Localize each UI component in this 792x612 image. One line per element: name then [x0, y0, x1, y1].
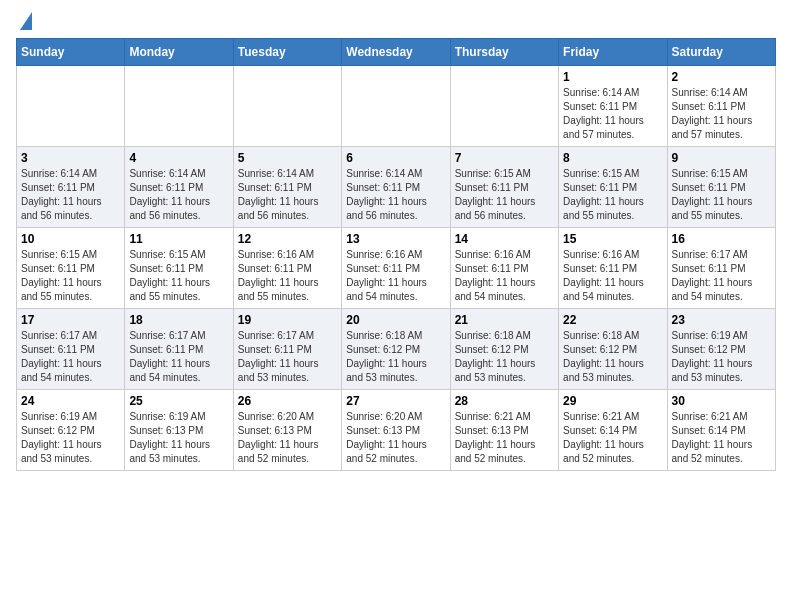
day-info: Sunrise: 6:14 AMSunset: 6:11 PMDaylight:… — [129, 167, 228, 223]
day-number: 21 — [455, 313, 554, 327]
calendar-cell: 27Sunrise: 6:20 AMSunset: 6:13 PMDayligh… — [342, 390, 450, 471]
day-number: 25 — [129, 394, 228, 408]
calendar-cell: 4Sunrise: 6:14 AMSunset: 6:11 PMDaylight… — [125, 147, 233, 228]
day-number: 30 — [672, 394, 771, 408]
day-info: Sunrise: 6:17 AMSunset: 6:11 PMDaylight:… — [238, 329, 337, 385]
weekday-header: Friday — [559, 39, 667, 66]
day-number: 23 — [672, 313, 771, 327]
day-number: 14 — [455, 232, 554, 246]
logo-triangle-icon — [20, 12, 32, 30]
day-number: 8 — [563, 151, 662, 165]
calendar-cell: 30Sunrise: 6:21 AMSunset: 6:14 PMDayligh… — [667, 390, 775, 471]
day-info: Sunrise: 6:19 AMSunset: 6:12 PMDaylight:… — [672, 329, 771, 385]
calendar-cell — [342, 66, 450, 147]
day-number: 10 — [21, 232, 120, 246]
day-info: Sunrise: 6:15 AMSunset: 6:11 PMDaylight:… — [455, 167, 554, 223]
day-number: 5 — [238, 151, 337, 165]
calendar-cell: 15Sunrise: 6:16 AMSunset: 6:11 PMDayligh… — [559, 228, 667, 309]
day-info: Sunrise: 6:15 AMSunset: 6:11 PMDaylight:… — [21, 248, 120, 304]
day-number: 27 — [346, 394, 445, 408]
day-info: Sunrise: 6:19 AMSunset: 6:13 PMDaylight:… — [129, 410, 228, 466]
calendar-week-row: 1Sunrise: 6:14 AMSunset: 6:11 PMDaylight… — [17, 66, 776, 147]
day-number: 17 — [21, 313, 120, 327]
logo — [16, 16, 32, 30]
calendar-cell: 7Sunrise: 6:15 AMSunset: 6:11 PMDaylight… — [450, 147, 558, 228]
calendar-cell — [17, 66, 125, 147]
weekday-header: Tuesday — [233, 39, 341, 66]
day-info: Sunrise: 6:15 AMSunset: 6:11 PMDaylight:… — [563, 167, 662, 223]
day-info: Sunrise: 6:14 AMSunset: 6:11 PMDaylight:… — [21, 167, 120, 223]
weekday-header: Monday — [125, 39, 233, 66]
day-number: 20 — [346, 313, 445, 327]
calendar-cell: 5Sunrise: 6:14 AMSunset: 6:11 PMDaylight… — [233, 147, 341, 228]
calendar-cell: 29Sunrise: 6:21 AMSunset: 6:14 PMDayligh… — [559, 390, 667, 471]
day-number: 11 — [129, 232, 228, 246]
day-number: 16 — [672, 232, 771, 246]
day-number: 7 — [455, 151, 554, 165]
day-info: Sunrise: 6:18 AMSunset: 6:12 PMDaylight:… — [346, 329, 445, 385]
calendar-cell: 10Sunrise: 6:15 AMSunset: 6:11 PMDayligh… — [17, 228, 125, 309]
calendar-cell: 20Sunrise: 6:18 AMSunset: 6:12 PMDayligh… — [342, 309, 450, 390]
day-number: 12 — [238, 232, 337, 246]
weekday-header: Saturday — [667, 39, 775, 66]
calendar-cell: 16Sunrise: 6:17 AMSunset: 6:11 PMDayligh… — [667, 228, 775, 309]
day-number: 22 — [563, 313, 662, 327]
day-info: Sunrise: 6:18 AMSunset: 6:12 PMDaylight:… — [455, 329, 554, 385]
day-info: Sunrise: 6:21 AMSunset: 6:13 PMDaylight:… — [455, 410, 554, 466]
calendar-week-row: 10Sunrise: 6:15 AMSunset: 6:11 PMDayligh… — [17, 228, 776, 309]
calendar-cell: 3Sunrise: 6:14 AMSunset: 6:11 PMDaylight… — [17, 147, 125, 228]
calendar-cell: 8Sunrise: 6:15 AMSunset: 6:11 PMDaylight… — [559, 147, 667, 228]
day-info: Sunrise: 6:17 AMSunset: 6:11 PMDaylight:… — [21, 329, 120, 385]
day-info: Sunrise: 6:19 AMSunset: 6:12 PMDaylight:… — [21, 410, 120, 466]
day-number: 19 — [238, 313, 337, 327]
calendar-cell: 24Sunrise: 6:19 AMSunset: 6:12 PMDayligh… — [17, 390, 125, 471]
calendar-cell: 17Sunrise: 6:17 AMSunset: 6:11 PMDayligh… — [17, 309, 125, 390]
calendar-cell: 26Sunrise: 6:20 AMSunset: 6:13 PMDayligh… — [233, 390, 341, 471]
day-info: Sunrise: 6:21 AMSunset: 6:14 PMDaylight:… — [563, 410, 662, 466]
day-info: Sunrise: 6:18 AMSunset: 6:12 PMDaylight:… — [563, 329, 662, 385]
calendar-cell: 21Sunrise: 6:18 AMSunset: 6:12 PMDayligh… — [450, 309, 558, 390]
day-number: 4 — [129, 151, 228, 165]
calendar-cell: 14Sunrise: 6:16 AMSunset: 6:11 PMDayligh… — [450, 228, 558, 309]
calendar-cell — [450, 66, 558, 147]
day-number: 2 — [672, 70, 771, 84]
day-number: 6 — [346, 151, 445, 165]
day-number: 26 — [238, 394, 337, 408]
weekday-header: Thursday — [450, 39, 558, 66]
day-info: Sunrise: 6:14 AMSunset: 6:11 PMDaylight:… — [672, 86, 771, 142]
calendar-cell: 22Sunrise: 6:18 AMSunset: 6:12 PMDayligh… — [559, 309, 667, 390]
calendar-cell: 9Sunrise: 6:15 AMSunset: 6:11 PMDaylight… — [667, 147, 775, 228]
day-info: Sunrise: 6:14 AMSunset: 6:11 PMDaylight:… — [563, 86, 662, 142]
weekday-header: Wednesday — [342, 39, 450, 66]
calendar-cell: 19Sunrise: 6:17 AMSunset: 6:11 PMDayligh… — [233, 309, 341, 390]
calendar-cell: 2Sunrise: 6:14 AMSunset: 6:11 PMDaylight… — [667, 66, 775, 147]
day-info: Sunrise: 6:17 AMSunset: 6:11 PMDaylight:… — [672, 248, 771, 304]
day-info: Sunrise: 6:17 AMSunset: 6:11 PMDaylight:… — [129, 329, 228, 385]
day-number: 15 — [563, 232, 662, 246]
calendar-week-row: 3Sunrise: 6:14 AMSunset: 6:11 PMDaylight… — [17, 147, 776, 228]
day-number: 3 — [21, 151, 120, 165]
day-info: Sunrise: 6:14 AMSunset: 6:11 PMDaylight:… — [346, 167, 445, 223]
day-number: 28 — [455, 394, 554, 408]
calendar-week-row: 17Sunrise: 6:17 AMSunset: 6:11 PMDayligh… — [17, 309, 776, 390]
day-number: 1 — [563, 70, 662, 84]
page-header — [16, 16, 776, 30]
day-number: 9 — [672, 151, 771, 165]
day-number: 18 — [129, 313, 228, 327]
calendar-table: SundayMondayTuesdayWednesdayThursdayFrid… — [16, 38, 776, 471]
day-info: Sunrise: 6:14 AMSunset: 6:11 PMDaylight:… — [238, 167, 337, 223]
day-info: Sunrise: 6:16 AMSunset: 6:11 PMDaylight:… — [563, 248, 662, 304]
calendar-cell — [233, 66, 341, 147]
calendar-cell: 1Sunrise: 6:14 AMSunset: 6:11 PMDaylight… — [559, 66, 667, 147]
calendar-cell: 25Sunrise: 6:19 AMSunset: 6:13 PMDayligh… — [125, 390, 233, 471]
calendar-week-row: 24Sunrise: 6:19 AMSunset: 6:12 PMDayligh… — [17, 390, 776, 471]
calendar-cell: 13Sunrise: 6:16 AMSunset: 6:11 PMDayligh… — [342, 228, 450, 309]
calendar-cell: 28Sunrise: 6:21 AMSunset: 6:13 PMDayligh… — [450, 390, 558, 471]
day-info: Sunrise: 6:16 AMSunset: 6:11 PMDaylight:… — [455, 248, 554, 304]
day-info: Sunrise: 6:20 AMSunset: 6:13 PMDaylight:… — [346, 410, 445, 466]
calendar-cell: 23Sunrise: 6:19 AMSunset: 6:12 PMDayligh… — [667, 309, 775, 390]
day-number: 29 — [563, 394, 662, 408]
day-info: Sunrise: 6:16 AMSunset: 6:11 PMDaylight:… — [346, 248, 445, 304]
calendar-cell: 6Sunrise: 6:14 AMSunset: 6:11 PMDaylight… — [342, 147, 450, 228]
calendar-cell — [125, 66, 233, 147]
